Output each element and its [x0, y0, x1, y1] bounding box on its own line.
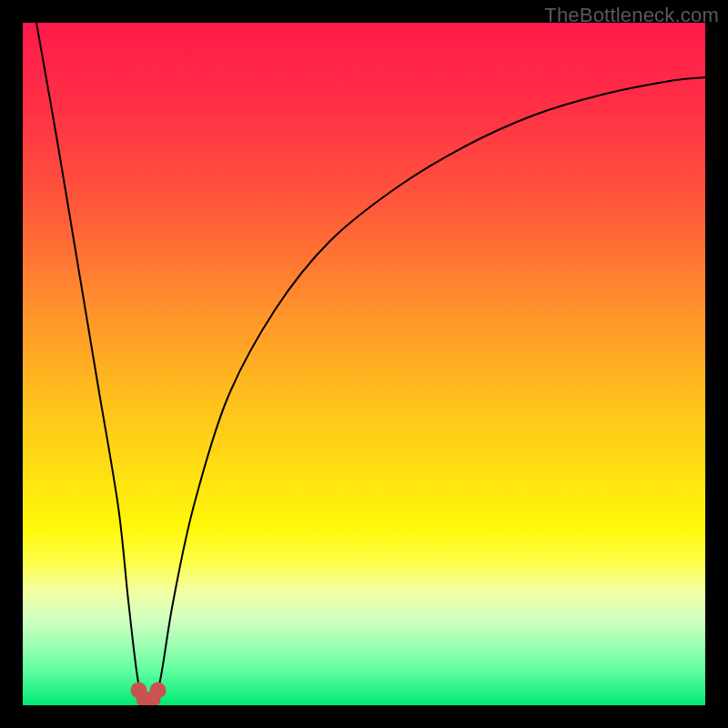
trough-marker	[150, 682, 167, 699]
chart-frame	[23, 23, 705, 705]
bottleneck-curve	[23, 23, 705, 705]
marker-group	[131, 682, 167, 706]
curve-path	[36, 23, 705, 705]
watermark-text: TheBottleneck.com	[544, 4, 719, 27]
